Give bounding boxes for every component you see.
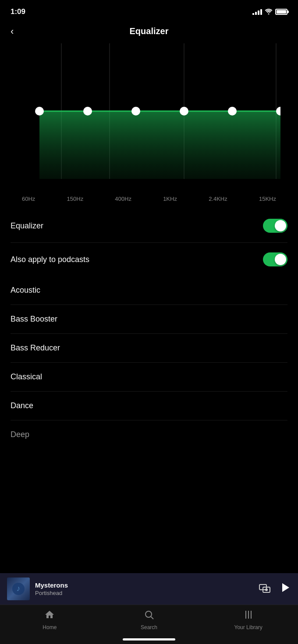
equalizer-label: Equalizer — [11, 221, 43, 231]
preset-dance[interactable]: Dance — [11, 392, 287, 420]
status-time: 1:09 — [11, 7, 25, 16]
podcasts-label: Also apply to podcasts — [11, 255, 89, 264]
freq-15khz: 15KHz — [259, 196, 276, 202]
preset-bass-booster[interactable]: Bass Booster — [11, 305, 287, 334]
svg-point-9 — [180, 107, 188, 116]
freq-150hz: 150Hz — [67, 196, 84, 202]
now-playing-controls — [259, 582, 291, 596]
preset-classical[interactable]: Classical — [11, 363, 287, 392]
track-info: Mysterons Portishead — [35, 581, 253, 596]
freq-1khz: 1KHz — [163, 196, 177, 202]
equalizer-toggle-row: Equalizer — [11, 209, 287, 243]
settings-section: Equalizer Also apply to podcasts — [0, 209, 298, 276]
eq-graph-container: 60Hz 150Hz 400Hz 1KHz 2.4KHz 15KHz — [0, 43, 298, 202]
freq-400hz: 400Hz — [115, 196, 131, 202]
svg-line-19 — [151, 617, 153, 620]
status-icons — [252, 8, 287, 16]
now-playing-bar[interactable]: ♪ Mysterons Portishead — [0, 573, 298, 605]
nav-home-label: Home — [43, 624, 57, 630]
device-connect-icon[interactable] — [259, 582, 271, 596]
battery-icon — [275, 9, 287, 15]
nav-search-label: Search — [141, 624, 157, 630]
preset-acoustic[interactable]: Acoustic — [11, 276, 287, 305]
eq-frequency-labels: 60Hz 150Hz 400Hz 1KHz 2.4KHz 15KHz — [18, 196, 280, 202]
status-bar: 1:09 — [0, 0, 298, 22]
svg-point-16 — [265, 588, 268, 591]
svg-point-10 — [228, 107, 237, 116]
podcasts-toggle[interactable] — [263, 252, 287, 266]
equalizer-toggle-knob — [275, 220, 286, 231]
podcasts-toggle-row: Also apply to podcasts — [11, 243, 287, 276]
svg-point-18 — [145, 611, 152, 617]
svg-point-7 — [83, 107, 92, 116]
eq-svg — [18, 43, 280, 192]
home-icon — [44, 609, 55, 623]
svg-point-8 — [131, 107, 140, 116]
track-name: Mysterons — [35, 581, 253, 589]
svg-point-0 — [268, 13, 270, 14]
svg-text:♪: ♪ — [17, 584, 21, 593]
podcasts-toggle-knob — [275, 254, 286, 265]
nav-library-label: Your Library — [234, 624, 263, 630]
header: ‹ Equalizer — [0, 22, 298, 43]
back-button[interactable]: ‹ — [11, 26, 14, 37]
freq-2-4khz: 2.4KHz — [209, 196, 227, 202]
page-title: Equalizer — [130, 26, 169, 36]
library-icon — [243, 609, 254, 623]
nav-search[interactable]: Search — [131, 609, 167, 630]
wifi-icon — [265, 8, 273, 16]
home-indicator — [123, 638, 175, 640]
preset-bass-reducer[interactable]: Bass Reducer — [11, 334, 287, 363]
svg-marker-17 — [282, 583, 289, 592]
album-art-icon: ♪ — [12, 582, 25, 595]
nav-home[interactable]: Home — [32, 609, 67, 630]
play-button[interactable] — [280, 582, 291, 596]
track-artist: Portishead — [35, 590, 253, 596]
search-icon — [144, 609, 154, 623]
album-art: ♪ — [7, 578, 30, 600]
signal-icon — [252, 9, 262, 15]
preset-list: Acoustic Bass Booster Bass Reducer Class… — [0, 276, 298, 449]
eq-canvas[interactable] — [18, 43, 280, 192]
equalizer-toggle[interactable] — [263, 219, 287, 233]
freq-60hz: 60Hz — [22, 196, 35, 202]
nav-library[interactable]: Your Library — [231, 609, 266, 630]
svg-point-6 — [35, 107, 44, 116]
preset-deep[interactable]: Deep — [11, 420, 287, 449]
